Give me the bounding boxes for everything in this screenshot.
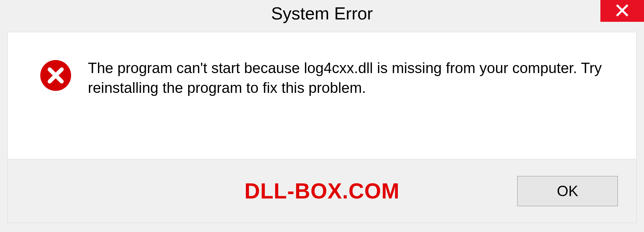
ok-button[interactable]: OK [517,176,618,206]
error-icon [40,59,72,92]
dialog-footer: DLL-BOX.COM OK [7,159,637,223]
close-icon [615,3,629,19]
titlebar: System Error [0,0,644,27]
dialog-title: System Error [271,3,373,23]
error-message: The program can't start because log4cxx.… [88,57,623,98]
dialog-content: The program can't start because log4cxx.… [7,32,637,159]
close-button[interactable] [600,0,644,22]
watermark-text: DLL-BOX.COM [245,179,400,204]
